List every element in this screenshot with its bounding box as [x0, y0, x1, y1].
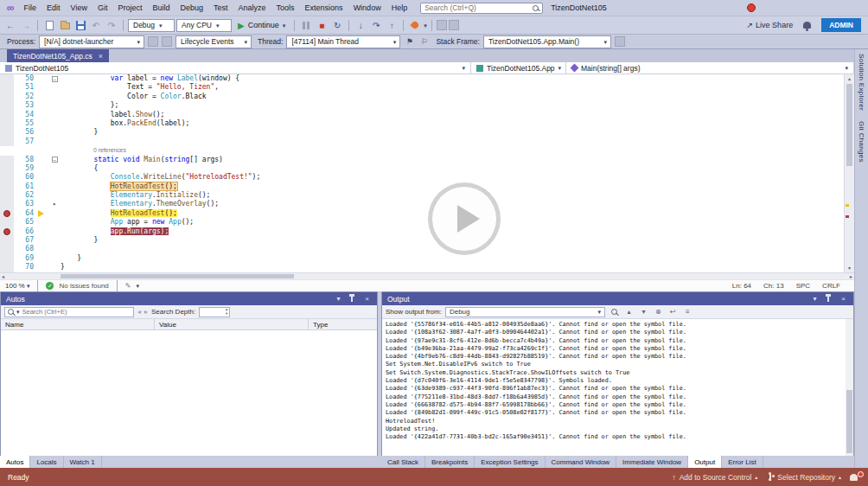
column-indicator[interactable]: Ch: 13: [763, 282, 784, 290]
menu-analyze[interactable]: Analyze: [233, 0, 271, 16]
menu-build[interactable]: Build: [147, 0, 175, 16]
prev-message-icon[interactable]: ▴: [623, 306, 635, 317]
autos-table-body[interactable]: [1, 330, 377, 456]
find-message-icon[interactable]: [609, 306, 620, 317]
navigate-forward-icon[interactable]: →: [19, 18, 33, 32]
scroll-left-icon[interactable]: ◂: [2, 273, 4, 279]
code-line-57[interactable]: 57: [0, 137, 844, 146]
menu-file[interactable]: File: [19, 0, 42, 16]
code-line-59[interactable]: 59 {: [0, 164, 844, 173]
line-ending-indicator[interactable]: CRLF: [822, 282, 840, 290]
breakpoint-margin[interactable]: [0, 119, 14, 128]
live-share-button[interactable]: ↗ Live Share: [747, 21, 794, 29]
code-line-58[interactable]: 58– static void Main(string[] args): [0, 156, 844, 164]
member-dropdown[interactable]: Main(string[] args) ▾: [566, 62, 854, 74]
search-prev-icon[interactable]: ◂: [137, 308, 141, 316]
code-editor[interactable]: 50– var label = new Label(window) {51 Te…: [0, 74, 854, 272]
breakpoint-margin[interactable]: [0, 182, 14, 191]
code-line-56[interactable]: 56 }: [0, 128, 844, 137]
stop-debugging-icon[interactable]: ■: [315, 18, 329, 32]
platform-dropdown[interactable]: Any CPU ▾: [176, 19, 232, 32]
continue-button[interactable]: ▶ Continue ▾: [233, 21, 290, 30]
tab-command-window[interactable]: Command Window: [546, 456, 617, 468]
code-line-54[interactable]: 54 label.Show();: [0, 111, 844, 119]
tab-immediate-window[interactable]: Immediate Window: [616, 456, 688, 468]
pin-icon[interactable]: [827, 297, 829, 302]
menu-debug[interactable]: Debug: [176, 0, 209, 16]
breakpoint-margin[interactable]: [0, 200, 14, 208]
open-file-icon[interactable]: [58, 18, 72, 32]
menu-test[interactable]: Test: [208, 0, 233, 16]
breakpoint-margin[interactable]: [0, 218, 14, 227]
breakpoint-margin[interactable]: [0, 137, 14, 146]
close-icon[interactable]: ×: [362, 295, 372, 303]
tab-autos[interactable]: Autos: [0, 456, 30, 468]
column-type[interactable]: Type: [309, 319, 377, 329]
issues-status[interactable]: No issues found: [59, 282, 108, 290]
code-line-52[interactable]: 52 Color = Color.Black: [0, 93, 844, 101]
code-line-69[interactable]: 69 }: [0, 254, 844, 263]
breakpoint-margin[interactable]: [0, 263, 14, 272]
gear-icon[interactable]: [615, 36, 625, 47]
health-check-icon[interactable]: ✓: [46, 282, 54, 290]
breakpoint-margin[interactable]: [0, 74, 14, 83]
step-out-icon[interactable]: ↑: [385, 18, 399, 32]
break-all-icon[interactable]: [299, 18, 313, 32]
code-line-63[interactable]: 63▸ Elementary.ThemeOverlay();: [0, 200, 844, 208]
save-icon[interactable]: [73, 18, 87, 32]
code-cleanup-icon[interactable]: ✎: [125, 282, 131, 290]
side-tab-git-changes[interactable]: Git Changes: [858, 121, 865, 163]
quick-search-box[interactable]: [420, 3, 543, 14]
autos-panel-header[interactable]: Autos ▾ ×: [1, 292, 377, 305]
process-prev-icon[interactable]: [148, 36, 158, 47]
menu-view[interactable]: View: [66, 0, 93, 16]
search-next-icon[interactable]: ▸: [144, 308, 148, 316]
code-line-60[interactable]: 60 Console.WriteLine("HotreloadTest!");: [0, 173, 844, 182]
output-panel-header[interactable]: Output ▾ ×: [382, 292, 853, 305]
spaces-indicator[interactable]: SPC: [796, 282, 810, 290]
word-wrap-icon[interactable]: ↩: [667, 306, 679, 317]
run-to-cursor-icon[interactable]: ▸: [53, 200, 56, 208]
menu-edit[interactable]: Edit: [41, 0, 66, 16]
redo-icon[interactable]: ↷: [105, 18, 118, 32]
code-line-55[interactable]: 55 box.PackEnd(label);: [0, 119, 844, 128]
process-next-icon[interactable]: [162, 36, 172, 47]
video-play-overlay-button[interactable]: [428, 182, 501, 255]
window-position-icon[interactable]: ▾: [334, 295, 343, 303]
stack-frame-dropdown[interactable]: TizenDotNet105.App.Main() ▾: [483, 35, 611, 48]
undo-icon[interactable]: ↶: [89, 18, 103, 32]
output-body[interactable]: Loaded '{55786f34-e016-44b5-a812-004935d…: [382, 319, 853, 456]
chevron-down-icon[interactable]: ▾: [137, 283, 140, 289]
lifecycle-events-dropdown[interactable]: Lifecycle Events ▾: [176, 35, 252, 48]
close-icon[interactable]: ×: [99, 52, 103, 61]
type-dropdown[interactable]: TizenDotNet105.App ▾: [471, 62, 566, 74]
scrollbar-thumb[interactable]: [61, 274, 294, 278]
new-file-icon[interactable]: [42, 18, 56, 32]
next-message-icon[interactable]: ▾: [638, 306, 649, 317]
navigate-back-icon[interactable]: ←: [3, 18, 17, 32]
column-name[interactable]: Name: [1, 319, 155, 329]
pin-icon[interactable]: [351, 297, 353, 302]
output-source-dropdown[interactable]: Debug ▾: [445, 307, 605, 317]
notifications-button[interactable]: [850, 474, 860, 481]
breakpoint-margin[interactable]: [0, 236, 14, 245]
code-line-64[interactable]: 64 HotReloadTest();: [0, 209, 844, 218]
breakpoint-margin[interactable]: [0, 227, 14, 236]
breakpoint-margin[interactable]: [0, 156, 14, 164]
code-line-65[interactable]: 65 App app = new App();: [0, 218, 844, 227]
breakpoint-margin[interactable]: [0, 254, 14, 263]
application-insights-icon[interactable]: [437, 20, 447, 30]
autos-search-box[interactable]: ▾: [4, 307, 134, 317]
scroll-right-icon[interactable]: ▸: [850, 273, 852, 279]
scrollbar-thumb[interactable]: [846, 84, 852, 166]
autos-search-input[interactable]: [22, 308, 131, 316]
scrollbar-thumb[interactable]: [846, 390, 852, 453]
admin-account-button[interactable]: ADMIN: [821, 18, 861, 32]
stepper-arrows-icon[interactable]: ▴▾: [226, 308, 227, 316]
scroll-down-icon[interactable]: ▾: [845, 264, 854, 272]
notifications-bell-icon[interactable]: [803, 22, 811, 29]
clear-all-icon[interactable]: ⊗: [653, 306, 664, 317]
chevron-down-icon[interactable]: ▾: [424, 22, 427, 29]
zoom-level-dropdown[interactable]: 100 % ▾: [5, 282, 29, 290]
find-in-files-icon[interactable]: [449, 20, 459, 30]
